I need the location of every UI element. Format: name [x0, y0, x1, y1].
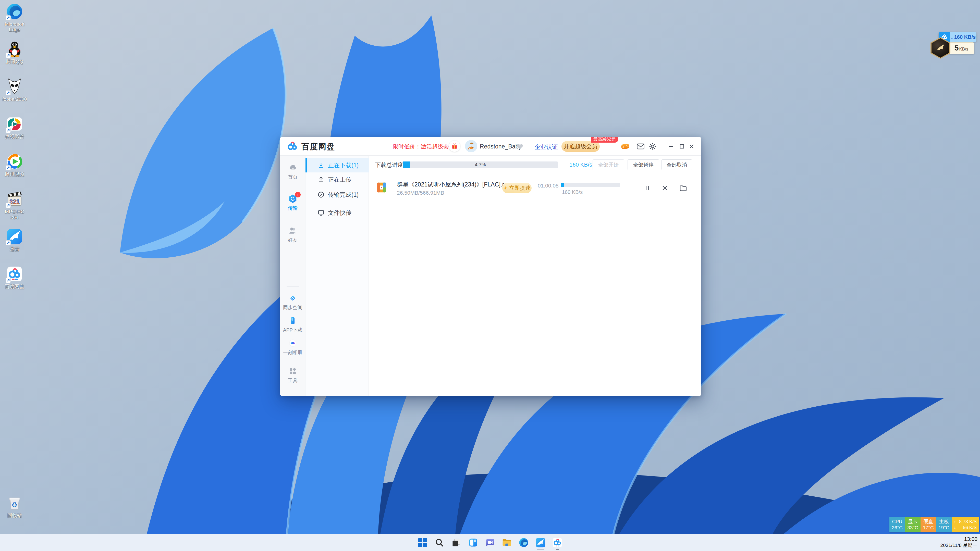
desktop-icon-baidu-netdisk[interactable]: 百度网盘: [1, 265, 28, 289]
desktop-icon-label: MicrosoftEdge: [1, 21, 28, 33]
rail-item-photo-album[interactable]: 一刻相册: [280, 338, 305, 356]
cancel-all-button[interactable]: 全部取消: [662, 159, 692, 170]
shortcut-arrow-icon: [6, 53, 11, 58]
desktop-icon-mpc-hc[interactable]: 321 MPC-HCx64: [1, 191, 28, 220]
game-center-icon[interactable]: [621, 142, 630, 151]
cancel-item-button[interactable]: [660, 184, 669, 192]
hardware-monitor-widget[interactable]: CPU26°C 显卡33°C 硬盘17°C 主板19°C ↑8.73 K/S ↓…: [889, 517, 979, 532]
netdisk-speed-value: 160 KB/s: [954, 34, 976, 40]
thunder-speed-widget[interactable]: 5 KB/s: [948, 42, 974, 54]
transfer-tabs-panel: 正在下载(1) 正在上传 传输完成(1) 文件快传: [305, 156, 369, 396]
minimize-button[interactable]: [667, 142, 676, 151]
start-all-button[interactable]: 全部开始: [593, 159, 624, 170]
gift-icon[interactable]: [449, 141, 460, 152]
transfer-count-badge: 1: [295, 192, 301, 197]
taskbar-center-icons: [414, 534, 566, 551]
widgets-button[interactable]: [465, 534, 482, 551]
task-view-button[interactable]: [448, 534, 465, 551]
desktop-icon-qq[interactable]: 腾讯QQ: [1, 41, 28, 65]
desktop-screen: { "desktop": { "icons": [ {"label": "Mic…: [0, 0, 980, 551]
lightning-icon: [503, 186, 508, 190]
download-toolbar: 下载总进度 4.7% 160 KB/s 全部开始 全部暂停 全部取消: [369, 156, 701, 174]
maximize-button[interactable]: [678, 142, 686, 151]
desktop-icon-edge[interactable]: MicrosoftEdge: [1, 3, 28, 33]
desktop-icon-cbox[interactable]: 央视影音: [1, 116, 28, 140]
rail-item-friends[interactable]: 好友: [280, 226, 305, 244]
tab-downloading[interactable]: 正在下载(1): [305, 158, 369, 172]
download-arrow: ↓: [951, 34, 953, 40]
transfer-icon: 1: [288, 194, 298, 203]
chat-button[interactable]: [482, 534, 498, 551]
desktop-icon-thunder[interactable]: 迅雷: [1, 228, 28, 252]
tab-quick-transfer[interactable]: 文件快传: [305, 206, 369, 220]
shortcut-arrow-icon: [6, 128, 11, 133]
file-progress-fill: [561, 183, 564, 187]
time-remaining: 01:00:08: [538, 183, 558, 189]
shortcut-arrow-icon: [6, 240, 11, 245]
tab-completed[interactable]: 传输完成(1): [305, 187, 369, 202]
svg-text:321: 321: [10, 198, 20, 205]
open-folder-button[interactable]: [679, 184, 687, 192]
enterprise-cert-link[interactable]: 企业认证: [535, 143, 558, 151]
username[interactable]: Redstone_Baby: [480, 143, 522, 150]
total-progress-percent: 4.7%: [403, 162, 558, 168]
pause-all-button[interactable]: 全部暂停: [628, 159, 659, 170]
download-row[interactable]: 群星《2021试听小屋系列(234)》[FLAC].rar 26.50MB/56…: [369, 174, 701, 203]
file-speed: 160 KB/s: [562, 189, 583, 195]
search-button[interactable]: [431, 534, 448, 551]
total-progress-label: 下载总进度: [375, 161, 403, 169]
thunder-speed-unit: KB/s: [959, 47, 968, 52]
file-progress-bar: [561, 183, 620, 187]
desktop-icon-tencent-video[interactable]: 腾讯视频: [1, 153, 28, 177]
monitor-icon: [318, 210, 325, 216]
rail-item-sync-space[interactable]: 同步空间: [280, 293, 305, 311]
rail-label: 工具: [280, 377, 305, 384]
user-avatar[interactable]: [465, 140, 477, 152]
open-svip-button[interactable]: 开通超级会员: [562, 141, 600, 152]
boost-button[interactable]: 立即提速: [502, 183, 531, 193]
tray-date: 2021/11/8 星期一: [934, 542, 977, 548]
shortcut-arrow-icon: [6, 165, 11, 170]
window-titlebar[interactable]: 百度网盘 限时低价！激活超级会员 Redstone_Baby 企业认证 开通超级…: [280, 137, 701, 156]
network-speed-cell: ↑8.73 K/S ↓56 K/S: [952, 517, 979, 532]
pause-item-button[interactable]: [643, 184, 652, 192]
disk-temp-cell: 硬盘17°C: [921, 517, 936, 532]
foobar-icon: [6, 78, 23, 95]
netdisk-taskbar-button[interactable]: [549, 534, 566, 551]
rail-label: 首页: [280, 174, 305, 180]
start-button[interactable]: [414, 534, 431, 551]
desktop-icon-foobar2000[interactable]: foobar2000: [1, 78, 28, 102]
desktop-icon-label: foobar2000: [1, 97, 28, 102]
recycle-bin-icon: ♻: [6, 494, 23, 511]
desktop-icon-recycle-bin[interactable]: ♻ 回收站: [1, 494, 28, 518]
rail-item-app-download[interactable]: APP下载: [280, 316, 305, 333]
gpu-temp-cell: 显卡33°C: [905, 517, 921, 532]
thunder-icon: [6, 228, 23, 245]
vip-diamond-icon: [516, 144, 523, 150]
file-explorer-button[interactable]: [498, 534, 515, 551]
archive-file-icon: [375, 182, 387, 193]
thunder-taskbar-button[interactable]: [532, 534, 549, 551]
app-logo-icon: [286, 140, 298, 152]
download-arrow-icon: [318, 162, 325, 168]
rail-item-tools[interactable]: 工具: [280, 366, 305, 384]
rail-item-transfer[interactable]: 1 传输: [280, 194, 305, 211]
download-speed: 56 K/S: [963, 525, 977, 530]
taskbar-clock[interactable]: 13:00 2021/11/8 星期一: [934, 536, 977, 548]
shortcut-arrow-icon: [6, 203, 11, 208]
shortcut-arrow-icon: [6, 15, 11, 21]
messages-icon[interactable]: [636, 142, 645, 151]
rail-label: 传输: [280, 205, 305, 211]
upload-arrow-icon: [318, 176, 325, 183]
upload-arrow: ↑: [954, 519, 956, 525]
tab-label: 正在下载(1): [328, 162, 359, 169]
tab-uploading[interactable]: 正在上传: [305, 172, 369, 187]
check-circle-icon: [318, 191, 325, 198]
shortcut-arrow-icon: [6, 278, 11, 283]
home-cloud-icon: [288, 163, 298, 172]
close-button[interactable]: [687, 142, 696, 151]
rail-item-home[interactable]: 首页: [280, 163, 305, 180]
promo-link[interactable]: 限时低价！激活超级会员: [393, 143, 455, 151]
edge-taskbar-button[interactable]: [515, 534, 532, 551]
settings-gear-icon[interactable]: [648, 142, 657, 151]
